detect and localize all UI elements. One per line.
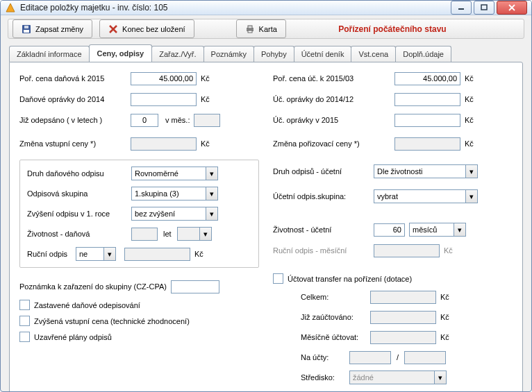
por-cena-uc-label: Poř. cena úč. k 2015/03 — [273, 74, 394, 83]
chevron-down-icon: ▾ — [465, 190, 477, 203]
checkbox-icon — [19, 300, 30, 310]
window-title: Editace položky majetku - inv. číslo: 10… — [20, 3, 451, 12]
uctovat-transfer-checkbox[interactable]: Účtovat transfer na pořízení (dotace) — [273, 273, 513, 284]
tab-dopln-udaje[interactable]: Doplň.údaje — [395, 46, 451, 62]
checkbox-icon — [19, 332, 30, 342]
rucni-mesicni-input — [374, 244, 440, 257]
jiz-odepsano-input[interactable] — [131, 114, 158, 127]
kc-unit: Kč — [201, 74, 210, 83]
zmena-vstupni-input — [131, 137, 197, 151]
uc-odpis-skupina-label: Účetní odpis.skupina: — [273, 192, 374, 201]
jiz-odepsano-label: Již odepsáno ( v letech ) — [19, 116, 131, 124]
tab-vst-cena[interactable]: Vst.cena — [351, 46, 396, 62]
zivotnost-danova-input — [131, 228, 158, 241]
poznamka-cz-cpa-input[interactable] — [171, 280, 219, 293]
zvyseni-odpisu-label: Zvýšení odpisu v 1. roce — [27, 210, 131, 218]
maximize-button[interactable] — [474, 1, 494, 15]
tab-pohyby[interactable]: Pohyby — [253, 46, 294, 62]
svg-rect-5 — [24, 30, 29, 33]
jiz-zauct-input — [370, 311, 436, 324]
kc-unit: Kč — [444, 246, 453, 255]
tab-zaraz[interactable]: Zařaz./Vyř. — [151, 46, 203, 62]
minimize-button[interactable] — [451, 1, 472, 15]
chevron-down-icon: ▾ — [206, 207, 217, 220]
zmena-vstupni-label: Změna vstupní ceny *) — [19, 139, 131, 148]
zvysena-vstupni-cena-checkbox[interactable]: Zvýšená vstupní cena (technické zhodnoce… — [19, 316, 259, 326]
uc-opravky-do-label: Úč. oprávky do 2014/12 — [273, 95, 394, 103]
zastavene-odepisovani-checkbox[interactable]: Zastavené daňové odepisování — [19, 300, 259, 310]
notice-text: Pořízení počátečního stavu — [293, 24, 519, 34]
druh-odpisu-uc-select[interactable]: Dle životnosti ▾ — [374, 164, 478, 178]
app-window: Editace položky majetku - inv. číslo: 10… — [0, 0, 532, 392]
tab-zakladni[interactable]: Základní informace — [9, 46, 90, 62]
zmena-poriz-input — [394, 137, 460, 151]
save-button[interactable]: Zapsat změny — [13, 19, 92, 38]
druh-dan-odpisu-label: Druh daňového odpisu — [27, 169, 131, 178]
kc-unit: Kč — [194, 250, 203, 258]
zivotnost-uc-label: Životnost - účetní — [273, 225, 374, 234]
rucni-odpis-amount-input — [124, 248, 190, 261]
zivotnost-unit-select: ▾ — [177, 227, 212, 241]
mes-uct-label: Měsíčně účtovat: — [301, 333, 370, 341]
kc-unit: Kč — [440, 313, 449, 321]
checkbox-icon — [19, 316, 30, 326]
checkbox-icon — [273, 273, 283, 284]
druh-dan-odpisu-select[interactable]: Rovnoměrné ▾ — [131, 167, 218, 180]
kc-unit: Kč — [465, 95, 474, 103]
tab-ceny-odpisy[interactable]: Ceny, odpisy — [89, 44, 153, 62]
rucni-odpis-value: ne — [79, 250, 88, 258]
por-cena-danova-input[interactable] — [131, 72, 197, 85]
close-button[interactable] — [497, 1, 527, 15]
stredisko-select: žádné ▾ — [349, 370, 447, 384]
svg-rect-1 — [481, 5, 487, 10]
celkem-label: Celkem: — [301, 293, 370, 301]
uc-opravky-v-label: Úč. oprávky v 2015 — [273, 116, 394, 124]
kc-unit: Kč — [465, 139, 474, 148]
save-label: Zapsat změny — [35, 25, 83, 33]
zivotnost-uc-input[interactable] — [374, 223, 405, 237]
cancel-button[interactable]: Konec bez uložení — [99, 19, 194, 38]
na-ucty-a-input — [349, 351, 391, 364]
card-button[interactable]: Karta — [236, 19, 286, 38]
card-label: Karta — [259, 25, 277, 33]
kc-unit: Kč — [465, 116, 474, 124]
kc-unit: Kč — [440, 333, 449, 341]
chevron-down-icon: ▾ — [465, 165, 477, 178]
svg-rect-10 — [248, 26, 252, 28]
tab-ucetni-denik[interactable]: Účetní deník — [294, 46, 352, 62]
por-cena-danova-label: Poř. cena daňová k 2015 — [19, 74, 131, 83]
zivotnost-uc-unit-select[interactable]: měsíců ▾ — [409, 223, 466, 237]
uc-opravky-do-input[interactable] — [394, 93, 460, 106]
kc-unit: Kč — [201, 95, 210, 103]
chevron-down-icon: ▾ — [206, 167, 217, 180]
druh-odpisu-uc-label: Druh odpisů - účetní — [273, 167, 374, 176]
dan-opravky-input[interactable] — [131, 93, 197, 106]
zvyseni-odpisu-select[interactable]: bez zvýšení ▾ — [131, 207, 218, 221]
svg-rect-6 — [24, 26, 28, 28]
odpisova-skupina-select[interactable]: 1.skupina (3) ▾ — [131, 187, 218, 201]
app-icon — [5, 2, 16, 13]
cancel-label: Konec bez uložení — [122, 25, 185, 33]
uc-odpis-skupina-value: vybrat — [377, 192, 398, 201]
druh-dan-odpisu-value: Rovnoměrné — [135, 169, 178, 178]
na-ucty-label: Na účty: — [301, 353, 349, 361]
por-cena-uc-input[interactable] — [394, 72, 460, 85]
uc-odpis-skupina-select[interactable]: vybrat ▾ — [374, 189, 478, 203]
save-icon — [22, 24, 31, 34]
chevron-down-icon: ▾ — [434, 371, 446, 384]
svg-rect-11 — [248, 31, 252, 33]
kc-unit: Kč — [440, 293, 449, 301]
window-buttons — [451, 1, 527, 15]
cancel-icon — [108, 24, 118, 34]
odpisova-skupina-label: Odpisová skupina — [27, 189, 131, 198]
uc-opravky-v-input[interactable] — [394, 114, 460, 127]
tab-poznamky[interactable]: Poznámky — [203, 46, 254, 62]
chevron-down-icon: ▾ — [199, 228, 211, 240]
zivotnost-uc-unit-value: měsíců — [413, 225, 437, 234]
uzavrene-plany-checkbox[interactable]: Uzavřené plány odpisů — [19, 332, 259, 342]
rucni-odpis-select[interactable]: ne ▾ — [76, 247, 116, 261]
rucni-odpis-label: Ruční odpis — [27, 250, 76, 258]
left-column: Poř. cena daňová k 2015 Kč Daňové oprávk… — [19, 71, 259, 392]
zvysena-vstupni-cena-label: Zvýšená vstupní cena (technické zhodnoce… — [34, 317, 190, 325]
kc-unit: Kč — [201, 139, 210, 148]
